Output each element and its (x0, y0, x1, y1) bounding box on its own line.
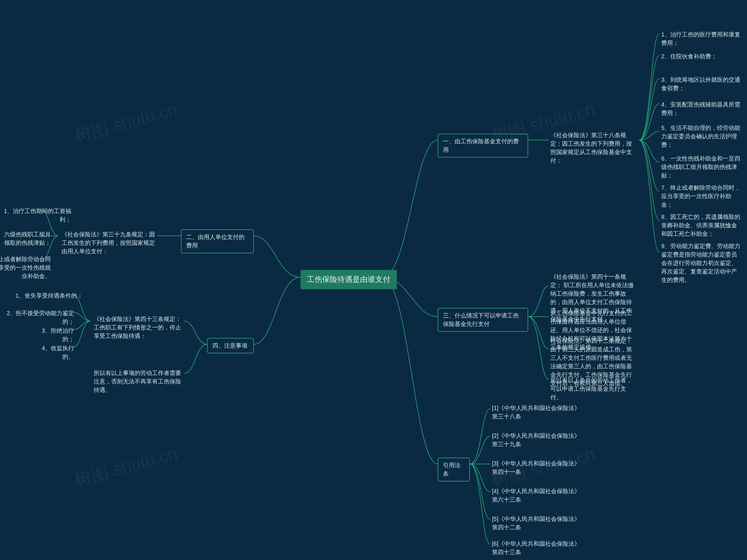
branch-1-item-5: 5、生活不能自理的，经劳动能力鉴定委员会确认的生活护理费； (660, 123, 744, 150)
branch-5-item-3: [3]《中华人民共和国社会保险法》 第四十一条 (490, 458, 584, 477)
branch-1-item-2: 2、住院伙食补助费； (660, 51, 719, 62)
branch-4-intro: 《社会保险法》第四十三条规定：工伤职工有下列情形之一的，停止享受工伤保险待遇： (92, 314, 184, 341)
branch-4-item-2: 2、拒不接受劳动能力鉴定的； (3, 308, 76, 327)
branch-5[interactable]: 引用法条 (438, 458, 470, 482)
branch-1-item-6: 6、一次性伤残补助金和一至四级伤残职工按月领取的伤残津贴； (660, 153, 744, 181)
branch-5-item-6: [6]《中华人民共和国社会保险法》 第四十三条 (490, 538, 584, 558)
branch-1-item-8: 8、因工死亡的，其遗属领取的丧葬补助金、供养亲属抚恤金和因工死亡补助金； (660, 211, 744, 239)
branch-2-item-1: 1、治疗工伤期间的工资福利； (0, 206, 73, 225)
branch-4-note: 所以有以上事项的劳动工作者需要注意，否则无法不再享有工伤保险待遇。 (92, 368, 184, 396)
branch-3-item-4: 所以有以上条件的劳动工作者，可以申请工伤保险基金先行支付。 (548, 375, 639, 403)
branch-2-item-2: 2、五级、六级伤残职工按月领取的伤残津贴； (0, 229, 53, 248)
branch-5-item-5: [5]《中华人民共和国社会保险法》 第四十二条 (490, 514, 584, 533)
branch-2[interactable]: 二、由用人单位支付的费用 (181, 229, 254, 253)
branch-2-item-3: 3、终止或者解除劳动合同时，应当享受的一次性伤残就业补助金。 (0, 254, 53, 282)
branch-4[interactable]: 四、注意事项 (207, 338, 254, 353)
branch-4-item-1: 1、丧失享受待遇条件的； (12, 290, 85, 301)
branch-5-item-1: [1]《中华人民共和国社会保险法》 第三十八条 (490, 403, 584, 422)
branch-5-item-4: [4]《中华人民共和国社会保险法》 第六十三条 (490, 486, 584, 505)
branch-4-item-4: 4、收监执行的。 (32, 343, 76, 362)
branch-1-item-4: 4、安装配置伤残辅助器具所需费用； (660, 99, 747, 119)
branch-4-item-3: 3、拒绝治疗的； (32, 325, 76, 345)
root-node[interactable]: 工伤保险待遇是由谁支付 (301, 270, 397, 289)
branch-2-intro: 《社会保险法》第三十九条规定：因工伤发生的下列费用，按照国家规定由用人单位支付： (60, 229, 158, 257)
branch-1[interactable]: 一、由工伤保险基金支付的费用 (438, 134, 528, 158)
branch-1-item-9: 9、劳动能力鉴定费。劳动能力鉴定费是指劳动能力鉴定委员会在进行劳动能力初次鉴定、… (660, 241, 744, 285)
branch-1-item-3: 3、到统筹地区以外就医的交通食宿费； (660, 74, 747, 94)
branch-5-item-2: [2]《中华人民共和国社会保险法》 第三十九条 (490, 430, 584, 450)
branch-1-item-7: 7、终止或者解除劳动合同时，应当享受的一次性医疗补助金； (660, 182, 744, 210)
branch-3[interactable]: 三、什么情况下可以申请工伤保险基金先行支付 (438, 308, 528, 332)
branch-1-intro: 《社会保险法》第三十八条规定：因工伤发生的下列费用，按照国家规定从工伤保险基金中… (548, 130, 639, 166)
branch-1-item-1: 1、治疗工伤的医疗费用和康复费用； (660, 29, 747, 48)
